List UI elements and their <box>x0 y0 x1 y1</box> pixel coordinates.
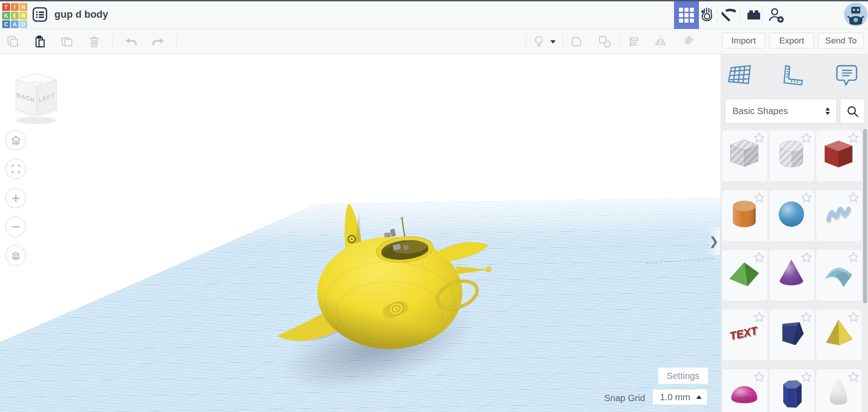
duplicate-icon <box>60 35 74 48</box>
shape-roof[interactable] <box>722 250 767 301</box>
shape-search-button[interactable] <box>840 99 865 124</box>
shape-polygon[interactable] <box>769 369 815 412</box>
logo-tile: N <box>19 3 27 11</box>
copy-button[interactable] <box>4 33 22 51</box>
shape-wedge[interactable] <box>769 310 815 360</box>
favorite-star-icon[interactable] <box>752 191 766 205</box>
top-bar: TINKERCAD gup d body <box>0 0 868 29</box>
snap-grid-label: Snap Grid <box>604 393 645 403</box>
favorite-star-icon[interactable] <box>800 251 813 264</box>
shape-category-select[interactable]: Basic Shapes <box>725 99 837 124</box>
ruler-tool-button[interactable] <box>779 62 805 89</box>
workplane-icon <box>727 62 753 89</box>
paste-icon <box>33 35 47 48</box>
shape-hole-cylinder[interactable] <box>769 130 815 181</box>
plus-icon <box>10 193 21 204</box>
invite-button[interactable] <box>767 6 785 24</box>
shape-round-roof[interactable] <box>816 250 862 301</box>
home-view-button[interactable] <box>5 130 26 150</box>
favorite-star-icon[interactable] <box>847 131 860 145</box>
favorite-star-icon[interactable] <box>752 370 766 384</box>
group-button[interactable] <box>566 33 587 51</box>
design-menu-button[interactable] <box>32 6 48 23</box>
minus-icon <box>10 221 21 232</box>
design-title: gup d body <box>54 0 108 29</box>
favorite-star-icon[interactable] <box>847 191 860 205</box>
favorite-star-icon[interactable] <box>847 251 860 264</box>
favorite-star-icon[interactable] <box>752 131 766 145</box>
shape-paraboloid[interactable] <box>816 369 862 412</box>
view-cube[interactable]: TOP BACK LEFT <box>11 70 62 126</box>
magnet-icon <box>681 35 694 48</box>
snap-grid-select[interactable]: 1.0 mm <box>653 389 707 405</box>
model-right-wing <box>437 242 489 262</box>
align-icon <box>627 35 641 48</box>
shape-gallery: TEXTTEXT <box>722 130 863 412</box>
hand-icon <box>698 6 716 24</box>
favorite-star-icon[interactable] <box>800 191 813 205</box>
notes-tool-button[interactable] <box>834 62 860 89</box>
notes-icon <box>834 62 860 89</box>
shape-half-sphere[interactable] <box>722 369 767 412</box>
ungroup-icon <box>598 35 611 48</box>
align-button[interactable] <box>623 33 645 51</box>
show-hidden-button[interactable] <box>530 33 548 51</box>
favorite-star-icon[interactable] <box>800 370 813 384</box>
snap-grid-value: 1.0 mm <box>653 392 696 402</box>
3d-viewport[interactable]: TOP BACK LEFT ❯ Settings Snap Grid 1.0 m… <box>0 54 721 412</box>
shape-pyramid[interactable] <box>816 310 862 360</box>
zoom-out-button[interactable] <box>5 216 26 237</box>
fit-view-button[interactable] <box>5 158 26 179</box>
undo-button[interactable] <box>122 33 140 51</box>
viewcube-top-label: TOP <box>31 81 42 84</box>
shape-hole-box[interactable] <box>722 130 767 181</box>
tinkercad-logo[interactable]: TINKERCAD <box>2 3 28 29</box>
ungroup-button[interactable] <box>594 33 616 51</box>
sim-lab-button[interactable] <box>698 6 716 24</box>
select-arrows-icon <box>825 107 830 115</box>
favorite-star-icon[interactable] <box>800 131 813 145</box>
favorite-star-icon[interactable] <box>752 311 766 324</box>
zoom-in-button[interactable] <box>5 188 26 208</box>
shape-cone[interactable] <box>769 250 815 301</box>
shape-scribble[interactable] <box>816 190 862 241</box>
favorite-star-icon[interactable] <box>752 251 766 264</box>
fit-view-icon <box>10 163 21 174</box>
shape-box[interactable] <box>816 130 862 181</box>
panel-scrollbar-thumb[interactable] <box>863 129 867 303</box>
minecraft-export-button[interactable] <box>722 6 739 24</box>
export-button[interactable]: Export <box>769 33 814 48</box>
adjust-dropdown-button[interactable] <box>548 33 558 51</box>
send-to-button[interactable]: Send To <box>818 33 864 48</box>
home-icon <box>10 135 21 146</box>
magnet-tool-button[interactable] <box>677 33 698 51</box>
favorite-star-icon[interactable] <box>847 370 860 384</box>
favorite-star-icon[interactable] <box>800 311 813 324</box>
pickaxe-icon <box>722 6 739 24</box>
mirror-button[interactable] <box>650 33 671 51</box>
ruler-icon <box>779 62 805 89</box>
shape-cylinder[interactable] <box>722 190 767 241</box>
settings-button[interactable]: Settings <box>658 368 708 384</box>
brick-icon <box>745 6 762 24</box>
redo-button[interactable] <box>149 33 167 51</box>
user-avatar[interactable] <box>844 3 868 26</box>
duplicate-button[interactable] <box>58 33 76 51</box>
panel-collapse-handle[interactable]: ❯ <box>708 227 720 255</box>
logo-tile: T <box>2 3 10 11</box>
delete-button[interactable] <box>85 33 103 51</box>
lego-export-button[interactable] <box>745 6 762 24</box>
paste-button[interactable] <box>31 33 49 51</box>
model-antenna <box>402 219 405 237</box>
shape-text[interactable]: TEXTTEXT <box>722 310 767 360</box>
favorite-star-icon[interactable] <box>847 311 860 324</box>
model-gup-d[interactable] <box>254 195 508 376</box>
caret-down-icon <box>550 39 556 44</box>
blocks-mode-button[interactable] <box>674 1 699 29</box>
logo-tile: I <box>11 3 19 11</box>
shapes-panel: Basic Shapes TEXTTEXT <box>721 54 868 412</box>
switch-projection-button[interactable] <box>5 245 26 266</box>
shape-sphere[interactable] <box>769 190 815 241</box>
import-button[interactable]: Import <box>722 33 765 48</box>
toggle-workplane-button[interactable] <box>727 62 753 89</box>
